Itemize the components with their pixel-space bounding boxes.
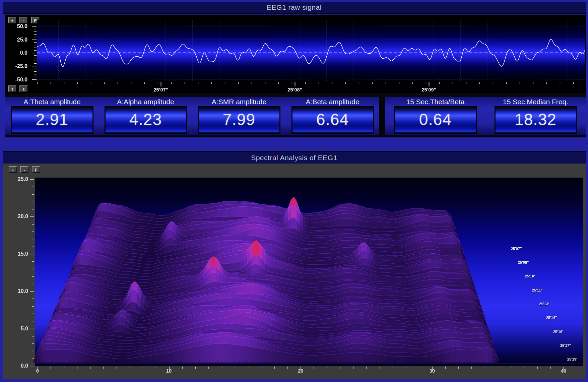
timebase-T-button[interactable]: T xyxy=(8,85,16,92)
spec-ytick-5: 5.0 xyxy=(7,326,28,332)
metric-value: 7.99 xyxy=(199,107,279,132)
raw-ytick-25: 25.0 xyxy=(8,37,27,43)
spectral-analysis-panel: + - F 25.0 20.0 15.0 10.0 5.0 0.0 0 10 2… xyxy=(3,164,586,379)
time-label-2507: 25'07'' xyxy=(511,247,522,251)
spec-xtick-40: 40 xyxy=(553,368,574,374)
metric-value: 2.91 xyxy=(12,107,92,132)
metric-value-display: 18.32 xyxy=(495,107,577,133)
ratio-metrics-group: 15 Sec.Theta/Beta 0.64 15 Sec.Median Fre… xyxy=(385,97,586,137)
metric-value-display: 7.99 xyxy=(198,107,280,133)
zoom-out-button[interactable]: - xyxy=(20,166,28,173)
time-label-2510: 25'10' xyxy=(525,274,535,278)
time-label-2514: 25'14'' xyxy=(546,316,557,320)
metric-smr-amplitude: A:SMR amplitude 7.99 xyxy=(192,97,286,135)
spectral-zoom-controls: + - F xyxy=(9,166,42,173)
metric-theta-beta-ratio: 15 Sec.Theta/Beta 0.64 xyxy=(385,97,485,135)
zoom-in-button[interactable]: + xyxy=(9,166,17,173)
raw-ytick-0: 0.0 xyxy=(8,50,27,56)
metric-value-display: 6.64 xyxy=(292,107,374,133)
spec-ytick-15: 15.0 xyxy=(7,251,28,257)
time-label-2511: 25'11'' xyxy=(532,288,543,292)
raw-ytick-m50: -50.0 xyxy=(8,77,27,82)
raw-signal-chart-surface[interactable] xyxy=(31,19,586,88)
metric-value: 0.64 xyxy=(395,107,476,132)
spectral-title: Spectral Analysis of EEG1 xyxy=(3,151,586,164)
metric-value-display: 2.91 xyxy=(11,107,93,133)
metrics-divider xyxy=(379,97,385,137)
full-scale-button[interactable]: F xyxy=(32,166,40,173)
time-label-2508: 25'08'' xyxy=(518,260,529,264)
metric-alpha-amplitude: A:Alpha amplitude 4.23 xyxy=(99,97,192,135)
spec-xtick-0: 0 xyxy=(27,368,48,374)
metric-label: A:Theta amplitude xyxy=(5,97,99,107)
zoom-in-button[interactable]: + xyxy=(8,17,16,23)
metric-value-display: 4.23 xyxy=(105,107,187,133)
raw-xtick-2507: 25'07'' xyxy=(146,87,176,92)
spec-xtick-30: 30 xyxy=(422,368,442,374)
raw-timebase-controls: T t xyxy=(8,85,29,92)
timebase-t-button[interactable]: t xyxy=(19,85,28,92)
raw-panel-shadow xyxy=(5,93,586,97)
time-label-2517: 25'17'' xyxy=(560,343,571,347)
eeg-biofeedback-window: EEG1 raw signal + - F 50.0 25.0 0.0 -25.… xyxy=(0,0,588,382)
raw-signal-title: EEG1 raw signal xyxy=(3,2,586,14)
spec-ytick-10: 10.0 xyxy=(7,288,28,294)
spectral-chart-surface[interactable] xyxy=(28,176,585,377)
raw-xtick-2508: 25'08'' xyxy=(280,87,310,92)
metric-beta-amplitude: A:Beta amplitude 6.64 xyxy=(286,97,379,135)
metric-label: A:Beta amplitude xyxy=(286,97,379,107)
raw-signal-panel: + - F 50.0 25.0 0.0 -25.0 -50.0 25'07'' … xyxy=(5,15,586,93)
raw-ytick-50: 50.0 xyxy=(8,23,27,29)
time-label-2516: 25'16' xyxy=(553,330,563,334)
amplitude-metrics-group: A:Theta amplitude 2.91 A:Alpha amplitude… xyxy=(5,97,379,137)
time-label-2519: 25'19' xyxy=(567,357,577,361)
metric-label: 15 Sec.Theta/Beta xyxy=(385,97,485,107)
zoom-out-button[interactable]: - xyxy=(19,17,28,23)
spec-xtick-20: 20 xyxy=(290,368,311,374)
metric-value: 18.32 xyxy=(496,107,576,132)
raw-xtick-2509: 25'09'' xyxy=(414,87,444,92)
spec-ytick-20: 20.0 xyxy=(7,213,28,219)
time-label-2513: 25'13' xyxy=(539,302,549,306)
metric-value: 6.64 xyxy=(292,107,373,132)
metric-value-display: 0.64 xyxy=(395,107,476,133)
metric-median-freq: 15 Sec.Median Freq. 18.32 xyxy=(485,97,586,135)
spec-ytick-25: 25.0 xyxy=(7,176,28,182)
metric-label: 15 Sec.Median Freq. xyxy=(485,97,586,107)
metric-label: A:SMR amplitude xyxy=(192,97,286,107)
metric-theta-amplitude: A:Theta amplitude 2.91 xyxy=(5,97,99,135)
metric-label: A:Alpha amplitude xyxy=(99,97,192,107)
spec-ytick-0: 0.0 xyxy=(7,363,28,369)
metric-value: 4.23 xyxy=(106,107,186,132)
raw-ytick-m25: -25.0 xyxy=(8,63,27,69)
spec-xtick-10: 10 xyxy=(159,368,179,374)
